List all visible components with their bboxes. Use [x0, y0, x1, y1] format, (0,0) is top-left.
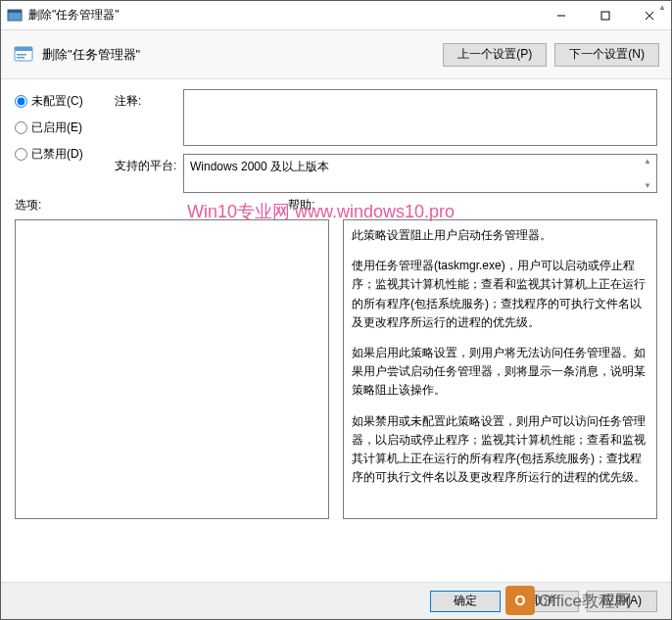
scroll-indicator: ▲▼: [655, 89, 657, 146]
radio-enabled-label: 已启用(E): [31, 119, 82, 136]
radio-enabled-input[interactable]: [15, 121, 27, 134]
svg-rect-1: [8, 10, 22, 13]
minimize-icon: [556, 11, 566, 21]
comment-row: 注释: ▲▼: [115, 89, 657, 146]
dialog-footer: 确定 取消 应用(A) O Office教程网: [1, 582, 671, 619]
header-bar: 删除"任务管理器" 上一个设置(P) 下一个设置(N): [1, 30, 671, 79]
help-label: 帮助:: [288, 197, 314, 214]
radio-disabled-input[interactable]: [15, 148, 27, 161]
platform-text: Windows 2000 及以上版本: [190, 160, 329, 173]
options-label: 选项:: [15, 197, 41, 214]
radio-disabled[interactable]: 已禁用(D): [15, 146, 97, 163]
ok-button[interactable]: 确定: [430, 591, 501, 612]
radio-disabled-label: 已禁用(D): [31, 146, 83, 163]
svg-rect-9: [17, 57, 24, 59]
scroll-indicator: ▲▼: [641, 157, 654, 190]
window-title: 删除"任务管理器": [28, 7, 539, 24]
apply-button[interactable]: 应用(A): [587, 591, 657, 612]
comment-label: 注释:: [115, 89, 177, 110]
radio-not-configured-input[interactable]: [15, 95, 27, 108]
help-paragraph: 如果启用此策略设置，则用户将无法访问任务管理器。如果用户尝试启动任务管理器，则将…: [352, 344, 648, 401]
policy-icon: [13, 44, 34, 66]
next-setting-button[interactable]: 下一个设置(N): [554, 43, 659, 67]
close-icon: [645, 11, 654, 21]
header-title: 删除"任务管理器": [42, 46, 435, 64]
minimize-button[interactable]: [539, 1, 583, 30]
panels-row: 此策略设置阻止用户启动任务管理器。 使用任务管理器(taskmgr.exe)，用…: [1, 214, 671, 527]
cancel-button[interactable]: 取消: [508, 591, 579, 612]
radio-enabled[interactable]: 已启用(E): [15, 119, 97, 136]
radio-not-configured[interactable]: 未配置(C): [15, 93, 97, 110]
svg-rect-7: [15, 47, 32, 51]
help-paragraph: 此策略设置阻止用户启动任务管理器。: [352, 226, 648, 245]
previous-setting-button[interactable]: 上一个设置(P): [443, 43, 547, 67]
platform-row: 支持的平台: Windows 2000 及以上版本 ▲▼: [115, 154, 657, 193]
details-column: 注释: ▲▼ 支持的平台: Windows 2000 及以上版本 ▲▼: [115, 89, 657, 193]
platform-label: 支持的平台:: [115, 154, 177, 174]
radio-not-configured-label: 未配置(C): [31, 93, 83, 110]
comment-textarea[interactable]: ▲▼: [183, 89, 657, 146]
state-radio-group: 未配置(C) 已启用(E) 已禁用(D): [15, 89, 97, 193]
panel-labels-row: 选项: 帮助:: [1, 193, 671, 214]
help-paragraph: 使用任务管理器(taskmgr.exe)，用户可以启动或停止程序；监视其计算机性…: [352, 257, 648, 332]
dialog-window: 删除"任务管理器" 删除"任务管理器" 上一个设置(P) 下一个设置(N) 未配…: [0, 0, 672, 620]
svg-rect-8: [17, 54, 26, 56]
options-panel: [15, 219, 329, 519]
maximize-icon: [600, 11, 610, 21]
platform-textarea: Windows 2000 及以上版本 ▲▼: [183, 154, 657, 193]
config-area: 未配置(C) 已启用(E) 已禁用(D) 注释: ▲▼ 支持的平台: Wi: [1, 79, 671, 193]
app-icon: [7, 8, 23, 24]
titlebar: 删除"任务管理器": [1, 1, 671, 30]
window-controls: [539, 1, 671, 30]
svg-rect-3: [601, 12, 609, 20]
help-panel: 此策略设置阻止用户启动任务管理器。 使用任务管理器(taskmgr.exe)，用…: [343, 219, 657, 519]
help-paragraph: 如果禁用或未配置此策略设置，则用户可以访问任务管理器，以启动或停止程序；监视其计…: [352, 412, 648, 488]
maximize-button[interactable]: [583, 1, 627, 30]
